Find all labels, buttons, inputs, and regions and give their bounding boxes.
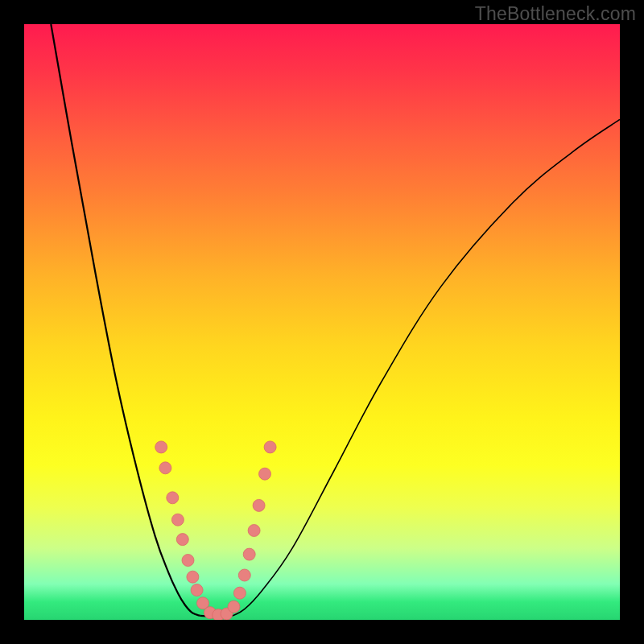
bead-marker	[187, 571, 199, 583]
bead-marker	[182, 555, 194, 567]
bead-marker	[197, 597, 209, 609]
bead-marker	[264, 441, 276, 453]
plot-area	[24, 24, 620, 620]
curve-left-branch	[51, 24, 200, 616]
curve-overlay	[24, 24, 620, 620]
bead-marker	[191, 584, 203, 597]
bead-marker	[253, 499, 265, 511]
bead-marker	[155, 441, 167, 453]
bead-marker	[204, 607, 216, 619]
bead-marker	[248, 525, 260, 537]
bead-marker	[213, 609, 225, 620]
bead-marker	[233, 587, 246, 599]
bead-marker	[159, 462, 171, 474]
bead-marker	[243, 548, 255, 560]
bead-marker	[176, 534, 188, 546]
beads-group	[155, 441, 276, 620]
curve-valley	[200, 616, 233, 617]
bead-marker	[228, 601, 240, 613]
chart-frame: TheBottleneck.com	[0, 0, 644, 644]
bead-marker	[238, 569, 250, 581]
bead-marker	[167, 492, 179, 504]
curve-right-branch	[233, 119, 620, 615]
bead-marker	[259, 468, 271, 480]
bead-marker	[221, 608, 233, 620]
bead-marker	[171, 514, 184, 526]
watermark-text: TheBottleneck.com	[475, 3, 636, 25]
